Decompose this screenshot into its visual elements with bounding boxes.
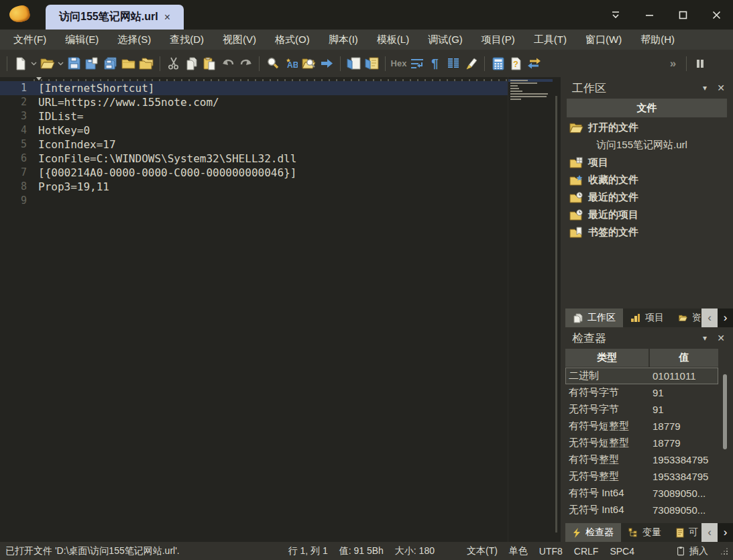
minimize-button[interactable] [632, 0, 666, 30]
tab-variables[interactable]: 变量 [621, 523, 669, 542]
status-encoding[interactable]: UTF8 [539, 546, 563, 557]
tree-item-projects[interactable]: 项目 [565, 154, 733, 171]
close-button[interactable] [699, 0, 733, 30]
code-line[interactable]: 6IconFile=C:\WINDOWS\System32\SHELL32.dl… [0, 152, 508, 166]
menu-window[interactable]: 窗口(W) [576, 30, 631, 50]
toolbar-toggle-icon[interactable] [599, 0, 632, 30]
resize-grip[interactable] [721, 548, 728, 555]
open-file-button[interactable] [38, 54, 56, 74]
code-line[interactable]: 2URL=https://www.155note.com/ [0, 95, 508, 109]
run-script-button[interactable] [345, 54, 363, 74]
tab-close-icon[interactable]: × [164, 11, 170, 23]
menu-project[interactable]: 项目(P) [472, 30, 524, 50]
save-as-button[interactable] [83, 54, 101, 74]
code-line[interactable]: 9 [0, 194, 508, 208]
find-in-files-button[interactable] [300, 54, 318, 74]
tree-item-favorite-files[interactable]: 收藏的文件 [565, 171, 733, 188]
tabs-scroll-left-icon[interactable]: ‹ [701, 309, 718, 327]
code-line[interactable]: 7[{000214A0-0000-0000-C000-000000000046}… [0, 166, 508, 180]
status-color-mode[interactable]: 单色 [509, 545, 528, 557]
code-line[interactable]: 3IDList= [0, 109, 508, 123]
pause-button[interactable] [691, 54, 709, 74]
menu-select[interactable]: 选择(S) [108, 30, 160, 50]
new-file-dropdown-icon[interactable] [30, 54, 38, 74]
maximize-button[interactable] [666, 0, 699, 30]
tab-inspector[interactable]: 检查器 [565, 523, 621, 542]
tabs-scroll-left-icon[interactable]: ‹ [701, 523, 718, 542]
close-folder-button[interactable] [119, 54, 137, 74]
inspector-close-icon[interactable]: ✕ [713, 333, 729, 343]
code-area[interactable]: 1[InternetShortcut] 2URL=https://www.155… [0, 81, 508, 208]
tabs-scroll-right-icon[interactable]: › [718, 309, 733, 327]
workspace-dropdown-icon[interactable]: ▾ [697, 83, 713, 93]
inspector-row[interactable]: 无符号字节91 [565, 401, 718, 418]
inspector-dropdown-icon[interactable]: ▾ [697, 333, 713, 343]
calculator-button[interactable] [489, 54, 507, 74]
menu-format[interactable]: 格式(O) [266, 30, 319, 50]
code-line-current[interactable]: 1[InternetShortcut] [0, 81, 508, 95]
status-line-ending[interactable]: CRLF [574, 546, 599, 557]
menu-tools[interactable]: 工具(T) [524, 30, 576, 50]
menu-view[interactable]: 视图(V) [213, 30, 266, 50]
status-doc-type[interactable]: 文本(T) [467, 545, 498, 557]
save-all-button[interactable] [101, 54, 119, 74]
column-mode-button[interactable] [444, 54, 462, 74]
menu-edit[interactable]: 编辑(E) [56, 30, 108, 50]
find-button[interactable] [264, 54, 282, 74]
status-indent[interactable]: SPC4 [610, 546, 634, 557]
tree-item-bookmarked-files[interactable]: 书签的文件 [565, 223, 733, 241]
new-file-button[interactable] [11, 54, 30, 74]
inspector-scrollbar[interactable] [723, 374, 727, 449]
code-line[interactable]: 4HotKey=0 [0, 123, 508, 137]
save-button[interactable] [65, 54, 83, 74]
tab-workspace[interactable]: 工作区 [565, 309, 623, 327]
paste-button[interactable] [201, 54, 219, 74]
compare-button[interactable] [525, 54, 543, 74]
editor-scrollbar[interactable] [555, 96, 557, 533]
menu-debug[interactable]: 调试(G) [418, 30, 472, 50]
inspector-row[interactable]: 无符号短整型18779 [565, 435, 718, 451]
word-wrap-button[interactable] [408, 54, 426, 74]
tab-outline[interactable]: 可 [669, 523, 698, 542]
menu-file[interactable]: 文件(F) [4, 30, 56, 50]
tab-explorer[interactable]: 资 [671, 309, 701, 327]
code-line[interactable]: 5IconIndex=17 [0, 137, 508, 152]
inspector-row[interactable]: 有符号 Int6473089050... [565, 485, 718, 502]
open-all-folders-button[interactable] [137, 54, 156, 74]
inspector-row[interactable]: 无符号 Int6473089050... [565, 502, 718, 518]
code-line[interactable]: 8Prop3=19,11 [0, 180, 508, 194]
inspector-row[interactable]: 二进制01011011 [565, 368, 718, 384]
status-insert-mode[interactable]: 插入 [676, 545, 708, 557]
inspector-row[interactable]: 无符号整型1953384795 [565, 468, 718, 485]
help-doc-button[interactable]: ? [507, 54, 525, 74]
copy-button[interactable] [182, 54, 201, 74]
script-template-button[interactable] [363, 54, 381, 74]
replace-button[interactable]: AB [282, 54, 300, 74]
show-paragraph-button[interactable]: ¶ [426, 54, 444, 74]
document-tab[interactable]: 访问155笔记网站.url × [46, 5, 184, 30]
tree-item-recent-projects[interactable]: 最近的项目 [565, 206, 733, 223]
cut-button[interactable] [164, 54, 182, 74]
menu-script[interactable]: 脚本(I) [319, 30, 368, 50]
redo-button[interactable] [237, 54, 255, 74]
menu-help[interactable]: 帮助(H) [631, 30, 684, 50]
editor[interactable]: 1[InternetShortcut] 2URL=https://www.155… [0, 77, 508, 542]
undo-button[interactable] [219, 54, 237, 74]
minimap[interactable] [508, 77, 561, 542]
inspector-row[interactable]: 有符号字节91 [565, 384, 718, 401]
workspace-close-icon[interactable]: ✕ [713, 82, 729, 93]
tree-item-recent-files[interactable]: 最近的文件 [565, 188, 733, 206]
hex-view-button[interactable]: Hex [390, 54, 408, 74]
inspector-row[interactable]: 有符号整型1953384795 [565, 451, 718, 468]
open-file-dropdown-icon[interactable] [56, 54, 65, 74]
highlight-button[interactable] [462, 54, 480, 74]
menu-find[interactable]: 查找(D) [160, 30, 213, 50]
tabs-scroll-right-icon[interactable]: › [718, 523, 733, 542]
inspector-row[interactable]: 有符号短整型18779 [565, 418, 718, 435]
goto-button[interactable] [318, 54, 336, 74]
tree-item-current-file[interactable]: 访问155笔记网站.url [565, 136, 733, 154]
toolbar-overflow-button[interactable]: » [664, 54, 682, 74]
menu-template[interactable]: 模板(L) [368, 30, 418, 50]
tree-item-open-files[interactable]: 打开的文件 [565, 119, 733, 136]
tab-project[interactable]: 项目 [623, 309, 671, 327]
